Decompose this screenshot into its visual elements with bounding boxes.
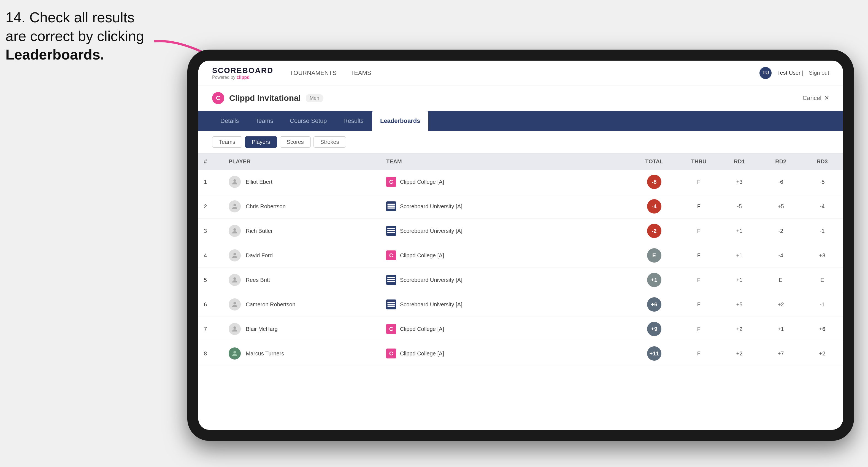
score-badge: -2 bbox=[647, 224, 661, 238]
cell-rd3: +6 bbox=[802, 317, 843, 341]
close-icon: ✕ bbox=[824, 94, 829, 102]
user-name: Test User | bbox=[777, 70, 803, 76]
cell-total: +6 bbox=[629, 292, 679, 317]
team-name: Scoreboard University [A] bbox=[400, 203, 463, 210]
filter-players[interactable]: Players bbox=[245, 136, 277, 148]
tab-teams[interactable]: Teams bbox=[247, 111, 282, 131]
cell-rd2: +7 bbox=[760, 341, 801, 366]
cell-rd1: +1 bbox=[719, 243, 760, 268]
cell-rd3: -5 bbox=[802, 170, 843, 194]
team-name: Scoreboard University [A] bbox=[400, 277, 463, 283]
cell-rank: 1 bbox=[198, 170, 223, 194]
table-header-row: # PLAYER TEAM TOTAL THRU RD1 RD2 RD3 bbox=[198, 153, 843, 170]
cell-rd1: +1 bbox=[719, 219, 760, 243]
tournament-badge: Men bbox=[306, 94, 323, 102]
cell-rd2: +2 bbox=[760, 292, 801, 317]
tab-course-setup[interactable]: Course Setup bbox=[282, 111, 335, 131]
cell-thru: F bbox=[679, 292, 719, 317]
team-name: Clippd College [A] bbox=[400, 350, 444, 357]
score-badge: E bbox=[647, 248, 661, 262]
cell-total: -2 bbox=[629, 219, 679, 243]
svg-point-5 bbox=[234, 277, 236, 280]
filter-row: Teams Players Scores Strokes bbox=[198, 131, 843, 153]
filter-strokes[interactable]: Strokes bbox=[313, 136, 346, 148]
team-logo-clippd: C bbox=[386, 348, 396, 359]
filter-scores[interactable]: Scores bbox=[280, 136, 311, 148]
cell-team: CClippd College [A] bbox=[381, 170, 629, 194]
cell-rank: 7 bbox=[198, 317, 223, 341]
tournament-name: Clippd Invitational bbox=[229, 93, 301, 103]
tablet-screen: SCOREBOARD Powered by clippd TOURNAMENTS… bbox=[198, 61, 843, 430]
tab-nav: Details Teams Course Setup Results Leade… bbox=[198, 111, 843, 131]
sign-out-link[interactable]: Sign out bbox=[809, 70, 829, 76]
cell-player: Elliot Ebert bbox=[223, 170, 381, 194]
cell-thru: F bbox=[679, 219, 719, 243]
table-row: 2Chris RobertsonScoreboard University [A… bbox=[198, 194, 843, 219]
cell-total: -4 bbox=[629, 194, 679, 219]
player-name: Blair McHarg bbox=[246, 326, 278, 332]
cell-rd1: -5 bbox=[719, 194, 760, 219]
nav-right: TU Test User | Sign out bbox=[760, 67, 829, 79]
cell-total: +11 bbox=[629, 341, 679, 366]
cell-team: CClippd College [A] bbox=[381, 317, 629, 341]
team-logo-clippd: C bbox=[386, 324, 396, 334]
cell-rd3: +3 bbox=[802, 243, 843, 268]
tab-results[interactable]: Results bbox=[335, 111, 372, 131]
cell-rank: 6 bbox=[198, 292, 223, 317]
tab-leaderboards[interactable]: Leaderboards bbox=[372, 111, 429, 131]
score-badge: -8 bbox=[647, 175, 661, 189]
svg-point-3 bbox=[234, 228, 236, 231]
cell-rank: 5 bbox=[198, 268, 223, 292]
team-name: Scoreboard University [A] bbox=[400, 228, 463, 234]
cell-rd2: -2 bbox=[760, 219, 801, 243]
cell-team: Scoreboard University [A] bbox=[381, 268, 629, 292]
svg-point-8 bbox=[234, 351, 236, 353]
score-badge: +9 bbox=[647, 322, 661, 336]
team-logo-scoreboard bbox=[386, 300, 396, 309]
nav-teams[interactable]: TEAMS bbox=[350, 68, 371, 78]
score-badge: -4 bbox=[647, 199, 661, 214]
player-name: Elliot Ebert bbox=[246, 179, 273, 185]
cell-rd3: +2 bbox=[802, 341, 843, 366]
cell-rd2: E bbox=[760, 268, 801, 292]
top-nav: SCOREBOARD Powered by clippd TOURNAMENTS… bbox=[198, 61, 843, 85]
svg-point-7 bbox=[234, 326, 236, 329]
logo-area: SCOREBOARD Powered by clippd bbox=[212, 66, 273, 80]
leaderboard-table: # PLAYER TEAM TOTAL THRU RD1 RD2 RD3 1El… bbox=[198, 153, 843, 366]
col-header-rd2: RD2 bbox=[760, 153, 801, 170]
col-header-thru: THRU bbox=[679, 153, 719, 170]
player-name: Rees Britt bbox=[246, 277, 270, 283]
table-body: 1Elliot EbertCClippd College [A]-8F+3-6-… bbox=[198, 170, 843, 366]
tab-details[interactable]: Details bbox=[212, 111, 247, 131]
instruction-text: 14. Check all results are correct by cli… bbox=[5, 8, 144, 64]
col-header-rank: # bbox=[198, 153, 223, 170]
cell-thru: F bbox=[679, 243, 719, 268]
cell-rd2: -6 bbox=[760, 170, 801, 194]
player-name: Marcus Turners bbox=[246, 350, 284, 357]
team-logo-scoreboard bbox=[386, 275, 396, 285]
score-badge: +11 bbox=[647, 346, 661, 361]
cell-rank: 2 bbox=[198, 194, 223, 219]
cell-total: +1 bbox=[629, 268, 679, 292]
cell-team: Scoreboard University [A] bbox=[381, 219, 629, 243]
logo-text: SCOREBOARD bbox=[212, 66, 273, 75]
cell-team: CClippd College [A] bbox=[381, 341, 629, 366]
filter-teams[interactable]: Teams bbox=[212, 136, 242, 148]
tablet-frame: SCOREBOARD Powered by clippd TOURNAMENTS… bbox=[187, 50, 854, 441]
cell-total: E bbox=[629, 243, 679, 268]
cell-rank: 4 bbox=[198, 243, 223, 268]
table-row: 6Cameron RobertsonScoreboard University … bbox=[198, 292, 843, 317]
svg-point-2 bbox=[234, 204, 236, 206]
cancel-button[interactable]: Cancel ✕ bbox=[803, 94, 829, 102]
cell-rd3: E bbox=[802, 268, 843, 292]
cell-thru: F bbox=[679, 170, 719, 194]
cell-rd3: -4 bbox=[802, 194, 843, 219]
nav-tournaments[interactable]: TOURNAMENTS bbox=[290, 68, 337, 78]
team-logo-scoreboard bbox=[386, 201, 396, 211]
user-avatar: TU bbox=[760, 67, 772, 79]
table-row: 8Marcus TurnersCClippd College [A]+11F+2… bbox=[198, 341, 843, 366]
team-name: Clippd College [A] bbox=[400, 252, 444, 259]
player-name: Cameron Robertson bbox=[246, 302, 295, 308]
team-name: Clippd College [A] bbox=[400, 326, 444, 332]
cell-team: CClippd College [A] bbox=[381, 243, 629, 268]
